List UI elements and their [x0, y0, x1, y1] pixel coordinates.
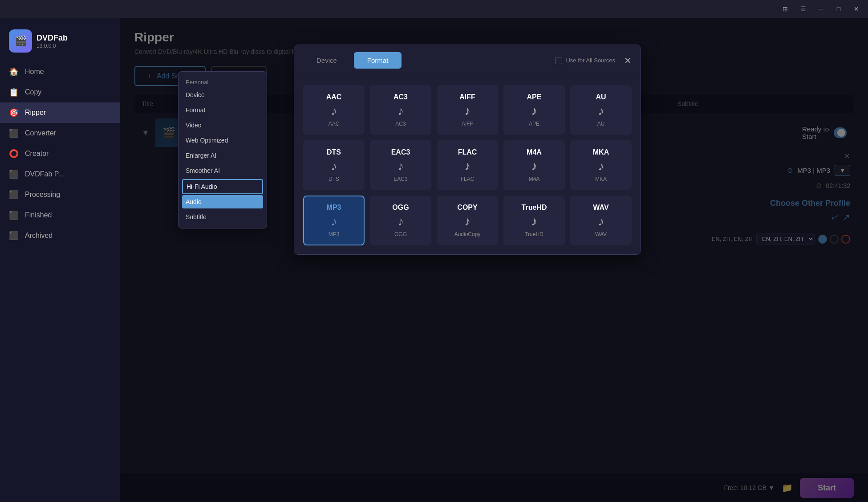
format-modal-header: Device Format Use for All Sources ✕	[294, 45, 641, 76]
format-card-audiocopy[interactable]: COPY ♪ AudioCopy	[437, 196, 498, 245]
ripper-icon: 🎯	[9, 108, 19, 118]
menu-button[interactable]: ☰	[795, 3, 811, 15]
sidebar-item-label-ripper: Ripper	[25, 109, 46, 117]
format-card-mp3[interactable]: MP3 ♪ MP3	[303, 196, 365, 245]
sidebar-item-label-processing: Processing	[25, 191, 60, 199]
format-card-au[interactable]: AU ♪ AU	[570, 85, 632, 135]
converter-icon: ⬛	[9, 128, 19, 138]
dropdown-item-hifi-audio[interactable]: Hi-Fi Audio	[182, 179, 263, 194]
format-card-ape[interactable]: APE ♪ APE	[503, 85, 565, 135]
sidebar-item-label-archived: Archived	[25, 232, 53, 240]
grid-button[interactable]: ⊞	[777, 3, 793, 15]
app-name: DVDFab	[37, 33, 68, 43]
dropdown-item-smoother-ai[interactable]: Smoother AI	[178, 163, 267, 178]
sidebar-item-dvdfab[interactable]: ⬛ DVDFab P...	[0, 164, 120, 184]
logo-icon: 🎬	[9, 29, 32, 53]
dropdown-item-format[interactable]: Format	[178, 102, 267, 118]
format-card-ac3[interactable]: AC3 ♪ AC3	[370, 85, 431, 135]
app-body: 🎬 DVDFab 13.0.0.0 🏠 Home 📋 Copy 🎯 Ripper…	[0, 18, 868, 502]
main-content: Ripper Convert DVD/Blu-ray/4K Ultra HD B…	[120, 18, 868, 502]
logo-text: DVDFab 13.0.0.0	[37, 33, 68, 49]
format-grid: AAC ♪ AAC AC3 ♪ AC3 AIFF ♪ AIFF	[294, 76, 641, 254]
format-card-eac3[interactable]: EAC3 ♪ EAC3	[370, 140, 431, 190]
format-modal: Device Format Use for All Sources ✕	[294, 45, 641, 255]
dropdown-section-personal: Personal	[178, 75, 267, 87]
sidebar-item-home[interactable]: 🏠 Home	[0, 61, 120, 82]
tab-format[interactable]: Format	[354, 52, 402, 69]
sidebar-item-label-home: Home	[25, 68, 44, 76]
maximize-button[interactable]: □	[831, 3, 847, 15]
format-tabs: Device Format	[303, 52, 402, 69]
processing-icon: ⬛	[9, 190, 19, 200]
finished-icon: ⬛	[9, 210, 19, 220]
sidebar-item-label-dvdfab: DVDFab P...	[25, 170, 64, 178]
close-button[interactable]: ✕	[848, 3, 864, 15]
modal-overlay: Personal Device Format Video Web Optimiz…	[120, 18, 868, 502]
sidebar-item-label-converter: Converter	[25, 129, 56, 137]
format-card-truehd[interactable]: TrueHD ♪ TrueHD	[503, 196, 565, 245]
format-card-aiff[interactable]: AIFF ♪ AIFF	[437, 85, 498, 135]
dropdown-item-audio[interactable]: Audio	[182, 195, 263, 208]
sidebar-item-converter[interactable]: ⬛ Converter	[0, 123, 120, 143]
dropdown-menu: Personal Device Format Video Web Optimiz…	[178, 71, 267, 229]
sidebar-item-label-copy: Copy	[25, 88, 41, 96]
archived-icon: ⬛	[9, 231, 19, 241]
sidebar-item-copy[interactable]: 📋 Copy	[0, 82, 120, 102]
dvdfab-icon: ⬛	[9, 169, 19, 179]
sidebar-item-label-creator: Creator	[25, 150, 49, 158]
sidebar-item-creator[interactable]: ⭕ Creator	[0, 143, 120, 164]
format-card-aac[interactable]: AAC ♪ AAC	[303, 85, 365, 135]
app-version: 13.0.0.0	[37, 43, 68, 49]
use-all-sources-checkbox[interactable]	[555, 57, 562, 64]
window-controls: ⊞ ☰ ─ □ ✕	[777, 3, 864, 15]
format-card-mka[interactable]: MKA ♪ MKA	[570, 140, 632, 190]
home-icon: 🏠	[9, 67, 19, 77]
sidebar: 🎬 DVDFab 13.0.0.0 🏠 Home 📋 Copy 🎯 Ripper…	[0, 18, 120, 502]
dropdown-item-web-optimized[interactable]: Web Optimized	[178, 133, 267, 148]
sidebar-item-finished[interactable]: ⬛ Finished	[0, 205, 120, 225]
format-card-flac[interactable]: FLAC ♪ FLAC	[437, 140, 498, 190]
tab-device[interactable]: Device	[303, 52, 350, 69]
dropdown-item-enlarger-ai[interactable]: Enlarger AI	[178, 148, 267, 163]
copy-icon: 📋	[9, 87, 19, 97]
format-modal-close-button[interactable]: ✕	[624, 55, 632, 66]
format-card-ogg[interactable]: OGG ♪ OGG	[370, 196, 431, 245]
logo: 🎬 DVDFab 13.0.0.0	[0, 25, 120, 61]
title-bar: ⊞ ☰ ─ □ ✕	[0, 0, 868, 18]
sidebar-item-ripper[interactable]: 🎯 Ripper	[0, 102, 120, 123]
dropdown-item-device[interactable]: Device	[178, 87, 267, 102]
format-card-m4a[interactable]: M4A ♪ M4A	[503, 140, 565, 190]
minimize-button[interactable]: ─	[813, 3, 829, 15]
format-card-wav[interactable]: WAV ♪ WAV	[570, 196, 632, 245]
sidebar-item-label-finished: Finished	[25, 211, 52, 219]
creator-icon: ⭕	[9, 149, 19, 159]
sidebar-item-archived[interactable]: ⬛ Archived	[0, 225, 120, 246]
dropdown-item-video[interactable]: Video	[178, 118, 267, 133]
use-all-sources: Use for All Sources	[555, 57, 615, 64]
format-card-dts[interactable]: DTS ♪ DTS	[303, 140, 365, 190]
dropdown-item-subtitle[interactable]: Subtitle	[178, 209, 267, 224]
sidebar-item-processing[interactable]: ⬛ Processing	[0, 184, 120, 205]
